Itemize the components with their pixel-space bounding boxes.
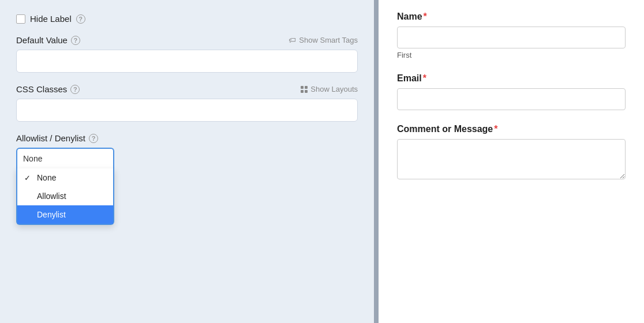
comment-field: Comment or Message* (397, 124, 626, 181)
none-label: None (37, 173, 56, 182)
right-panel: Name* First Email* Comment or Message* (379, 0, 644, 323)
default-value-input[interactable] (16, 50, 358, 73)
smart-tags-label: Show Smart Tags (299, 36, 358, 44)
allowlist-header: Allowlist / Denylist ? (16, 133, 358, 143)
show-layouts-label: Show Layouts (310, 85, 358, 93)
denylist-label: Denylist (37, 210, 66, 219)
hide-label-row: Hide Label ? (16, 14, 358, 24)
allowlist-dropdown-menu: ✓ None Allowlist Denylist (16, 168, 114, 225)
comment-label-text: Comment or Message (397, 124, 493, 134)
name-required-star: * (424, 12, 427, 22)
name-field-label: Name* (397, 12, 626, 22)
comment-required-star: * (494, 124, 497, 134)
dropdown-option-denylist[interactable]: Denylist (17, 205, 113, 224)
css-classes-section: CSS Classes ? Show Layouts (16, 84, 358, 122)
default-value-header: Default Value ? 🏷 Show Smart Tags (16, 35, 358, 45)
show-smart-tags-button[interactable]: 🏷 Show Smart Tags (289, 36, 358, 44)
allowlist-option-label: Allowlist (37, 191, 66, 201)
default-value-section: Default Value ? 🏷 Show Smart Tags (16, 35, 358, 73)
allowlist-dropdown-wrapper: None ✓ None Allowlist Denylist (16, 148, 114, 168)
allowlist-header-left: Allowlist / Denylist ? (16, 133, 98, 143)
show-layouts-button[interactable]: Show Layouts (301, 85, 358, 93)
left-panel: Hide Label ? Default Value ? 🏷 Show Smar… (0, 0, 374, 323)
css-classes-header: CSS Classes ? Show Layouts (16, 84, 358, 94)
dropdown-option-none[interactable]: ✓ None (17, 168, 113, 187)
name-field: Name* First (397, 12, 626, 59)
panel-divider (374, 0, 379, 323)
email-field-label: Email* (397, 73, 626, 84)
comment-field-label: Comment or Message* (397, 124, 626, 134)
hide-label-help-icon[interactable]: ? (76, 14, 85, 24)
email-input[interactable] (397, 88, 626, 110)
email-required-star: * (423, 73, 426, 84)
none-checkmark: ✓ (24, 174, 33, 182)
allowlist-label: Allowlist / Denylist (16, 133, 85, 143)
hide-label-text: Hide Label (30, 14, 72, 24)
allowlist-section: Allowlist / Denylist ? None ✓ None Allow… (16, 133, 358, 168)
css-classes-header-left: CSS Classes ? (16, 84, 80, 94)
hide-label-checkbox[interactable] (16, 14, 25, 24)
dropdown-option-allowlist[interactable]: Allowlist (17, 187, 113, 205)
default-value-help-icon[interactable]: ? (71, 36, 80, 45)
allowlist-dropdown-trigger[interactable]: None (16, 148, 114, 168)
email-label-text: Email (397, 73, 422, 84)
css-classes-input[interactable] (16, 99, 358, 122)
default-value-label: Default Value (16, 35, 68, 45)
default-value-header-left: Default Value ? (16, 35, 80, 45)
name-input[interactable] (397, 27, 626, 48)
name-label-text: Name (397, 12, 422, 22)
css-classes-label: CSS Classes (16, 84, 67, 94)
allowlist-selected-value: None (23, 154, 42, 163)
allowlist-help-icon[interactable]: ? (89, 134, 98, 143)
comment-textarea[interactable] (397, 139, 626, 179)
name-sub-label: First (397, 51, 626, 59)
grid-icon (301, 86, 308, 93)
css-classes-help-icon[interactable]: ? (70, 85, 80, 94)
email-field: Email* (397, 73, 626, 110)
tag-icon: 🏷 (289, 36, 296, 44)
